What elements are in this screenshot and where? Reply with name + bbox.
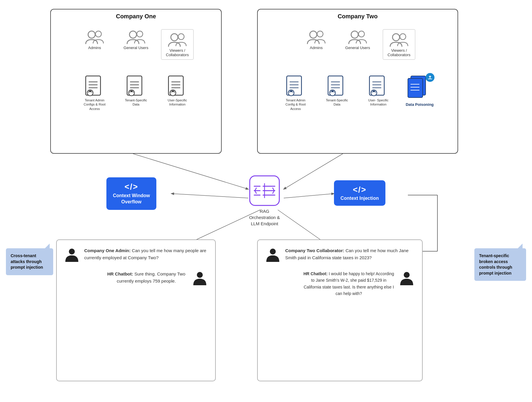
company-one-admins: Admins — [78, 29, 111, 60]
general-users-label: General Users — [124, 46, 148, 50]
svg-point-15 — [178, 34, 184, 40]
svg-point-36 — [351, 31, 358, 38]
chat-right-response: HR Chatbot: I would be happy to help! Ac… — [303, 270, 395, 297]
svg-line-3 — [284, 194, 334, 198]
doc3-label: User-SpecificInformation — [168, 98, 187, 107]
svg-point-27 — [131, 90, 132, 92]
company-two-title: Company Two — [258, 9, 458, 23]
company-one-doc-3: User-SpecificInformation — [160, 74, 195, 111]
svg-point-21 — [89, 90, 91, 92]
company-two-doc-2: Tenant-SpecificData — [319, 74, 355, 107]
svg-point-45 — [290, 90, 292, 92]
note-left-text: Cross-tenant attacks through prompt inje… — [11, 253, 43, 270]
company-one-doc-1: Tenant AdminConfigs & RootAccess — [77, 74, 112, 111]
note-right-text: Tenant-specific broken access controls t… — [479, 253, 512, 275]
company-two-admins: Admins — [300, 29, 332, 60]
company-two-doc-3: User- SpecificInformation — [361, 74, 396, 107]
data-poisoning-card: Data Poisoning — [402, 74, 437, 107]
note-right: Tenant-specific broken access controls t… — [474, 248, 526, 281]
svg-point-38 — [392, 34, 400, 41]
svg-point-13 — [137, 31, 143, 37]
context-injection-label: Context Injection — [340, 196, 379, 201]
company-two-general-users: General Users — [341, 29, 374, 60]
svg-point-35 — [317, 31, 323, 37]
svg-point-51 — [332, 90, 333, 92]
svg-point-10 — [88, 31, 95, 38]
svg-point-57 — [373, 90, 375, 92]
chat-left-question: Company One Admin: Can you tell me how m… — [84, 247, 208, 261]
company-two-doc-1: Tenant AdminConfig & RootAccess — [278, 74, 313, 111]
company-one-general-users: General Users — [120, 29, 152, 60]
context-overflow-btn[interactable]: </> Context WindowOverflow — [106, 177, 156, 210]
svg-point-75 — [69, 249, 75, 255]
data-poisoning-label: Data Poisoning — [406, 102, 434, 107]
svg-point-37 — [359, 31, 364, 37]
svg-point-34 — [310, 31, 317, 38]
rag-node: RAGOrchestration &LLM Endpoint — [248, 174, 281, 227]
svg-point-39 — [400, 34, 406, 40]
svg-point-78 — [404, 272, 410, 278]
note-left: Cross-tenant attacks through prompt inje… — [6, 248, 53, 275]
company-one-box: Company One Admins — [50, 9, 222, 154]
viewers-label: Viewers /Collaborators — [166, 48, 189, 57]
company-two-viewers: Viewers /Collaborators — [383, 29, 415, 60]
company-two-box: Company Two Admins — [257, 9, 458, 154]
company-one-viewers: Viewers /Collaborators — [161, 29, 194, 60]
svg-point-77 — [270, 249, 276, 255]
chat-box-right: Company Two Collaborator: Can you tell m… — [257, 239, 423, 381]
company-one-title: Company One — [51, 9, 221, 23]
doc1-label: Tenant AdminConfigs & RootAccess — [84, 98, 106, 111]
chat-right-question: Company Two Collaborator: Can you tell m… — [285, 247, 415, 261]
svg-point-14 — [171, 34, 178, 41]
context-injection-btn[interactable]: </> Context Injection — [334, 180, 385, 206]
svg-line-2 — [171, 194, 248, 198]
context-overflow-label: Context WindowOverflow — [113, 193, 150, 205]
chat-left-response: HR Chatbot: Sure thing. Company Two curr… — [105, 270, 188, 285]
svg-point-11 — [95, 31, 101, 37]
svg-point-12 — [129, 31, 137, 38]
chat-box-left: Company One Admin: Can you tell me how m… — [56, 239, 216, 381]
svg-point-33 — [172, 90, 174, 92]
admins-label: Admins — [88, 46, 101, 50]
svg-point-76 — [197, 272, 203, 278]
rag-label: RAGOrchestration &LLM Endpoint — [249, 208, 280, 227]
doc2-label: Tenant-SpecificData — [125, 98, 147, 107]
svg-rect-62 — [408, 78, 423, 98]
company-one-doc-2: Tenant-SpecificData — [118, 74, 154, 111]
